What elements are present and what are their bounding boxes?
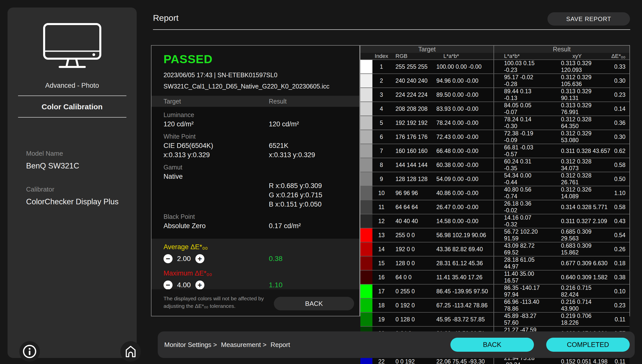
cell-target-lab: 72.43 0.00 -0.00 <box>436 130 494 144</box>
color-swatch <box>360 200 372 214</box>
color-swatch <box>360 285 372 298</box>
table-row: 9 128 128 128 54.09 0.00 -0.00 54.34 0.0… <box>360 172 629 186</box>
title-divider <box>153 29 630 30</box>
gamut-result-red: R x:0.685 y:0.309 <box>269 181 322 191</box>
save-report-button[interactable]: SAVE REPORT <box>547 12 630 26</box>
model-name-value: BenQ SW321C <box>26 161 137 170</box>
gamut-result-green: G x:0.216 y:0.715 <box>269 191 322 200</box>
cell-target-lab: 67.25 -113.42 78.86 <box>436 299 494 312</box>
cell-index: 7 <box>372 144 390 158</box>
cell-rgb: 128 0 0 <box>390 256 436 270</box>
breadcrumb-monitor-settings[interactable]: Monitor Settings > <box>164 341 217 349</box>
cell-result-xyy: 0.312 0.328 34.073 <box>543 158 611 172</box>
table-row: 13 255 0 0 56.98 102.19 90.06 56.72 102.… <box>360 228 629 242</box>
table-row: 8 144 144 144 60.38 0.00 -0.00 60.24 0.3… <box>360 158 629 172</box>
index-column-header: Index <box>372 53 390 59</box>
color-swatch <box>360 242 372 256</box>
home-button[interactable] <box>120 341 141 362</box>
table-row: 4 208 208 208 83.93 0.00 -0.00 84.05 0.0… <box>360 102 629 116</box>
cell-rgb: 64 64 64 <box>390 200 436 214</box>
cell-result-lab: 86.35 -140.17 97.94 <box>494 285 543 298</box>
luminance-target: 120 cd/m² <box>164 120 269 129</box>
cell-rgb: 255 255 255 <box>390 60 436 73</box>
table-row: 3 224 224 224 89.50 0.00 -0.00 89.44 0.1… <box>360 87 629 102</box>
cell-result-lab: 40.80 0.56 -0.74 <box>494 186 543 200</box>
cell-rgb: 144 144 144 <box>390 158 436 172</box>
table-row: 5 192 192 192 78.24 0.00 -0.00 78.24 0.1… <box>360 116 629 130</box>
cell-index: 12 <box>372 214 390 228</box>
cell-rgb: 224 224 224 <box>390 88 436 102</box>
cell-delta-e: 0.23 <box>611 88 629 102</box>
breadcrumb-measurement[interactable]: Measurement > <box>221 341 266 349</box>
cell-result-xyy: 0.313 0.329 120.093 <box>543 60 611 73</box>
table-row: 18 0 192 0 67.25 -113.42 78.86 66.96 -11… <box>360 298 629 312</box>
cell-index: 6 <box>372 130 390 144</box>
summary-footer: The displayed colors will not be affecte… <box>151 289 359 316</box>
cell-delta-e: 0.18 <box>611 256 629 270</box>
info-button[interactable] <box>19 341 40 362</box>
cell-index: 5 <box>372 116 390 130</box>
page-title: Report <box>153 13 179 23</box>
cell-rgb: 208 208 208 <box>390 102 436 116</box>
result-column-header: Result <box>269 98 287 105</box>
white-point-target: CIE D65(6504K) <box>164 141 269 150</box>
color-swatch <box>360 102 372 116</box>
cell-result-xyy: 0.312 0.329 105.636 <box>543 74 611 87</box>
bottom-navigation-bar: Monitor Settings > Measurement > Report … <box>158 331 635 358</box>
cell-delta-e: 0.23 <box>611 299 629 312</box>
table-row: 12 40 40 40 14.58 0.00 -0.00 14.16 0.07 … <box>360 214 629 228</box>
cell-delta-e: 0.30 <box>611 74 629 87</box>
swatch-column-header <box>360 53 372 59</box>
cell-result-lab: 100.03 0.15 -0.23 <box>494 60 543 73</box>
cell-result-lab: 84.05 0.05 -0.07 <box>494 102 543 116</box>
cell-rgb: 160 160 160 <box>390 144 436 158</box>
color-swatch <box>360 172 372 186</box>
completed-button[interactable]: COMPLETED <box>546 338 630 352</box>
cell-result-lab: 95.17 -0.02 -0.28 <box>494 74 543 87</box>
breadcrumb-report[interactable]: Report <box>271 341 290 349</box>
table-column-header: Index RGB L*a*b* L*a*b* xyY ΔE*₀₀ <box>360 53 629 59</box>
cell-delta-e: 0.14 <box>611 102 629 116</box>
cell-index: 1 <box>372 60 390 73</box>
average-de-increase-button[interactable]: + <box>195 254 204 263</box>
cell-rgb: 240 240 240 <box>390 74 436 87</box>
cell-target-lab: 60.38 0.00 -0.00 <box>436 158 494 172</box>
average-de-decrease-button[interactable]: − <box>164 254 173 263</box>
calibration-mode-label: Advanced - Photo <box>8 82 137 89</box>
cell-delta-e: 0.54 <box>611 228 629 242</box>
gamut-result-blue: B x:0.151 y:0.050 <box>269 200 322 209</box>
color-swatch <box>360 144 372 158</box>
cell-delta-e: 0.58 <box>611 158 629 172</box>
summary-back-button[interactable]: BACK <box>274 297 354 310</box>
cell-index: 4 <box>372 102 390 116</box>
white-point-result-xy: x:0.313 y:0.329 <box>269 150 315 160</box>
table-row: 11 64 64 64 26.47 0.00 -0.00 26.18 0.36 … <box>360 200 629 214</box>
table-row: 15 128 0 0 28.31 61.12 45.36 28.18 61.05… <box>360 256 629 270</box>
cell-delta-e: 0.10 <box>611 285 629 298</box>
table-row: 14 192 0 0 43.36 82.82 69.40 43.09 82.72… <box>360 242 629 256</box>
cell-result-xyy: 0.219 0.706 18.226 <box>543 313 611 326</box>
luminance-result: 120 cd/m² <box>269 120 299 129</box>
cell-rgb: 0 192 0 <box>390 299 436 312</box>
color-swatch <box>360 299 372 312</box>
cell-rgb: 192 0 0 <box>390 242 436 256</box>
cell-target-lab: 89.50 0.00 -0.00 <box>436 88 494 102</box>
cell-delta-e: 0.50 <box>611 172 629 186</box>
color-swatch <box>360 256 372 270</box>
cell-target-lab: 43.36 82.82 69.40 <box>436 242 494 256</box>
cell-delta-e: 0.43 <box>611 214 629 228</box>
cell-target-lab: 28.31 61.12 45.36 <box>436 256 494 270</box>
cell-target-lab: 100.00 0.00 -0.00 <box>436 60 494 73</box>
maximum-de-decrease-button[interactable]: − <box>164 281 173 290</box>
table-row: 2 240 240 240 94.96 0.00 -0.00 95.17 -0.… <box>360 73 629 87</box>
cell-rgb: 64 0 0 <box>390 270 436 284</box>
cell-rgb: 255 0 0 <box>390 228 436 242</box>
cell-result-xyy: 0.216 0.714 43.900 <box>543 299 611 312</box>
cell-target-lab: 78.24 0.00 -0.00 <box>436 116 494 130</box>
back-button[interactable]: BACK <box>450 338 534 352</box>
result-lab-column-header: L*a*b* <box>494 53 543 59</box>
calibrator-label: Calibrator <box>26 186 137 193</box>
maximum-de-increase-button[interactable]: + <box>195 281 204 290</box>
measurement-rows: 1 255 255 255 100.00 0.00 -0.00 100.03 0… <box>360 59 629 364</box>
black-point-label: Black Point <box>164 212 359 221</box>
